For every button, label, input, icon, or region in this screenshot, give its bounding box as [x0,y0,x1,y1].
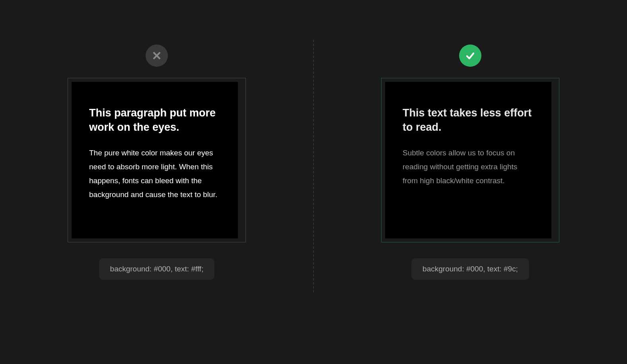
good-card-title: This text takes less effort to read. [403,106,534,135]
bad-example-panel: This paragraph put more work on the eyes… [0,0,314,364]
good-card-body: Subtle colors allow us to focus on readi… [403,146,534,188]
vertical-divider [313,40,314,292]
bad-label-chip: background: #000, text: #fff; [99,258,215,280]
comparison-container: This paragraph put more work on the eyes… [0,0,627,364]
bad-card: This paragraph put more work on the eyes… [72,82,238,238]
bad-card-title: This paragraph put more work on the eyes… [89,106,220,135]
check-icon [459,45,481,67]
good-label-chip: background: #000, text: #9c; [411,258,529,280]
bad-card-wrapper: This paragraph put more work on the eyes… [68,78,246,242]
good-card: This text takes less effort to read. Sub… [385,82,551,238]
good-card-wrapper: This text takes less effort to read. Sub… [381,78,559,242]
bad-card-body: The pure white color makes our eyes need… [89,146,220,202]
x-icon [146,45,168,67]
good-example-panel: This text takes less effort to read. Sub… [314,0,627,364]
